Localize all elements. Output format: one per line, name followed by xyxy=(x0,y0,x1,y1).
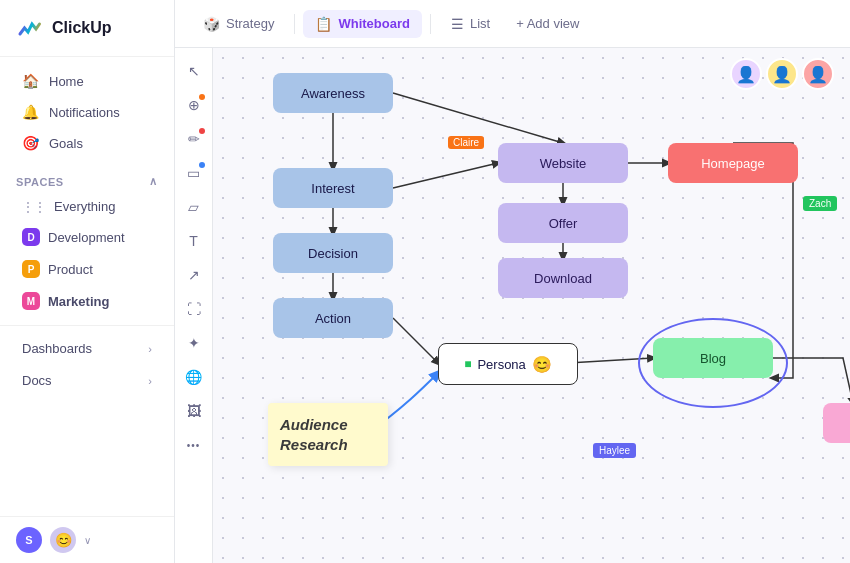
sidebar-item-development[interactable]: D Development xyxy=(6,222,168,252)
decision-node[interactable]: Decision xyxy=(273,233,393,273)
sidebar-item-notifications-label: Notifications xyxy=(49,105,120,120)
sticky-note-audience-research[interactable]: Audience Research xyxy=(268,403,388,466)
globe-tool[interactable]: 🌐 xyxy=(179,362,209,392)
connection-tool[interactable]: ⛶ xyxy=(179,294,209,324)
sidebar-item-development-label: Development xyxy=(48,230,125,245)
more-tool[interactable]: ••• xyxy=(179,430,209,460)
sparkle-icon: ✦ xyxy=(188,335,200,351)
shape-add-icon: ⊕ xyxy=(188,97,200,113)
homepage-label: Homepage xyxy=(701,156,765,171)
cursor-zach: Zach xyxy=(803,196,837,211)
canvas-wrapper: ↖ ⊕ ✏ ▭ ▱ T ↗ ⛶ xyxy=(175,48,850,563)
list-icon: ☰ xyxy=(451,16,464,32)
blog-node[interactable]: Blog xyxy=(653,338,773,378)
more-icon: ••• xyxy=(187,440,201,451)
svg-line-8 xyxy=(393,318,438,363)
cursor-tool[interactable]: ↖ xyxy=(179,56,209,86)
strategy-icon: 🎲 xyxy=(203,16,220,32)
persona-face-icon: 😊 xyxy=(532,355,552,374)
claire-label: Claire xyxy=(453,137,479,148)
interest-node[interactable]: Interest xyxy=(273,168,393,208)
sticky-note-label: Audience Research xyxy=(280,416,348,453)
svg-line-9 xyxy=(568,358,653,363)
rectangle-dot xyxy=(199,162,205,168)
spaces-label: Spaces xyxy=(16,176,64,188)
offer-node[interactable]: Offer xyxy=(498,203,628,243)
tab-strategy[interactable]: 🎲 Strategy xyxy=(191,10,286,38)
tab-whiteboard-label: Whiteboard xyxy=(338,16,410,31)
avatar-1[interactable]: 👤 xyxy=(730,58,762,90)
sidebar: ClickUp 🏠 Home 🔔 Notifications 🎯 Goals S… xyxy=(0,0,175,563)
zach-label: Zach xyxy=(809,198,831,209)
user-photo: 😊 xyxy=(50,527,76,553)
persona-label: Persona xyxy=(477,357,525,372)
logo[interactable]: ClickUp xyxy=(0,0,174,57)
whiteboard-canvas[interactable]: Awareness Interest Decision Action Websi… xyxy=(213,48,850,563)
persona-icon: ■ xyxy=(464,357,471,371)
sidebar-item-goals-label: Goals xyxy=(49,136,83,151)
logo-text: ClickUp xyxy=(52,19,112,37)
sticky-tool[interactable]: ▱ xyxy=(179,192,209,222)
cursor-haylee: Haylee xyxy=(593,443,636,458)
image-tool[interactable]: 🖼 xyxy=(179,396,209,426)
user-avatar: S xyxy=(16,527,42,553)
haylee-label: Haylee xyxy=(599,445,630,456)
product-badge: P xyxy=(22,260,40,278)
sidebar-item-everything[interactable]: ⋮⋮ Everything xyxy=(6,193,168,220)
sidebar-item-product[interactable]: P Product xyxy=(6,254,168,284)
sidebar-item-notifications[interactable]: 🔔 Notifications xyxy=(6,97,168,127)
website-label: Website xyxy=(540,156,587,171)
sidebar-item-goals[interactable]: 🎯 Goals xyxy=(6,128,168,158)
cursor-icon: ↖ xyxy=(188,63,200,79)
pencil-dot xyxy=(199,128,205,134)
add-view-label: + Add view xyxy=(516,16,579,31)
avatar-3[interactable]: 👤 xyxy=(802,58,834,90)
persona-node[interactable]: ■ Persona 😊 xyxy=(438,343,578,385)
action-node[interactable]: Action xyxy=(273,298,393,338)
tab-divider-2 xyxy=(430,14,431,34)
dashboards-label: Dashboards xyxy=(22,341,92,356)
awareness-label: Awareness xyxy=(301,86,365,101)
image-icon: 🖼 xyxy=(187,403,201,419)
arrow-tool[interactable]: ↗ xyxy=(179,260,209,290)
sidebar-item-home[interactable]: 🏠 Home xyxy=(6,66,168,96)
action-label: Action xyxy=(315,311,351,326)
shape-add-tool[interactable]: ⊕ xyxy=(179,90,209,120)
header: 🎲 Strategy 📋 Whiteboard ☰ List + Add vie… xyxy=(175,0,850,48)
homepage-node[interactable]: Homepage xyxy=(668,143,798,183)
docs-chevron-icon: › xyxy=(148,375,152,387)
avatar-2[interactable]: 👤 xyxy=(766,58,798,90)
sidebar-item-marketing[interactable]: M Marketing xyxy=(6,286,168,316)
sidebar-user-area[interactable]: S 😊 ∨ xyxy=(0,516,174,563)
add-view-button[interactable]: + Add view xyxy=(506,11,589,36)
docs-label: Docs xyxy=(22,373,52,388)
release-node[interactable]: Release xyxy=(823,403,850,443)
connection-icon: ⛶ xyxy=(187,301,201,317)
rectangle-icon: ▭ xyxy=(187,165,200,181)
spaces-section-header: Spaces ∧ xyxy=(0,167,174,192)
sidebar-item-docs[interactable]: Docs › xyxy=(6,365,168,396)
sparkle-tool[interactable]: ✦ xyxy=(179,328,209,358)
sidebar-item-dashboards[interactable]: Dashboards › xyxy=(6,333,168,364)
tab-whiteboard[interactable]: 📋 Whiteboard xyxy=(303,10,422,38)
awareness-node[interactable]: Awareness xyxy=(273,73,393,113)
rectangle-tool[interactable]: ▭ xyxy=(179,158,209,188)
bell-icon: 🔔 xyxy=(22,104,39,120)
everything-icon: ⋮⋮ xyxy=(22,200,46,214)
main-content: 🎲 Strategy 📋 Whiteboard ☰ List + Add vie… xyxy=(175,0,850,563)
text-tool[interactable]: T xyxy=(179,226,209,256)
marketing-badge: M xyxy=(22,292,40,310)
website-node[interactable]: Website xyxy=(498,143,628,183)
development-badge: D xyxy=(22,228,40,246)
pencil-tool[interactable]: ✏ xyxy=(179,124,209,154)
text-icon: T xyxy=(189,233,198,249)
download-node[interactable]: Download xyxy=(498,258,628,298)
tab-list[interactable]: ☰ List xyxy=(439,10,502,38)
spaces-chevron[interactable]: ∧ xyxy=(149,175,158,188)
decision-label: Decision xyxy=(308,246,358,261)
arrow-icon: ↗ xyxy=(188,267,200,283)
dashboards-chevron-icon: › xyxy=(148,343,152,355)
download-label: Download xyxy=(534,271,592,286)
sidebar-item-marketing-label: Marketing xyxy=(48,294,109,309)
interest-label: Interest xyxy=(311,181,354,196)
